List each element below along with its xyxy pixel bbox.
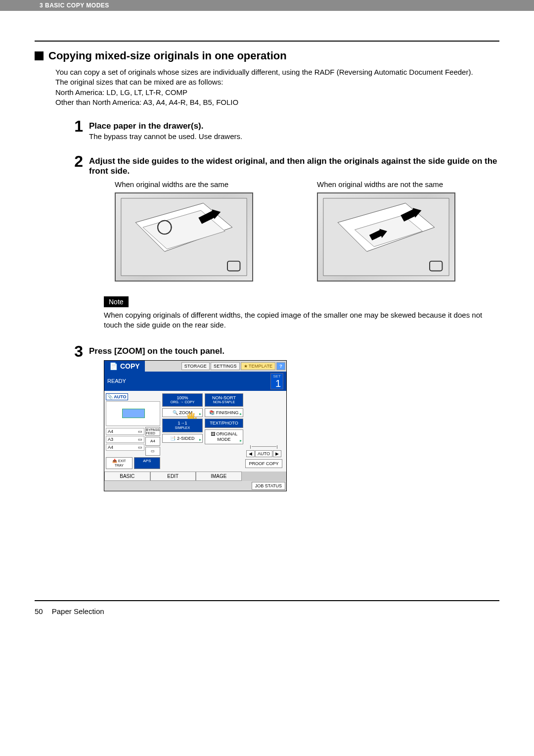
auto-badge: 📎 AUTO (106, 393, 128, 400)
nonsort-button[interactable]: NON-SORT NON-STAPLE (205, 393, 243, 407)
tab-template[interactable]: ★ TEMPLATE (241, 362, 276, 370)
density-left-button[interactable]: ◀ (246, 450, 255, 457)
step-desc: The bypass tray cannot be used. Use draw… (89, 132, 499, 141)
illustration-diff-width (317, 192, 455, 282)
tray-size: A4 (108, 429, 113, 434)
section-title: Copying mixed-size originals in one oper… (35, 49, 499, 62)
aps-button[interactable]: APS (134, 457, 161, 469)
illus-caption-diff-width: When original widths are not the same (317, 180, 499, 189)
simplex-button[interactable]: 1→1 SIMPLEX (162, 419, 203, 432)
step-number: 2 (63, 153, 83, 169)
illustration-same-width (115, 192, 253, 282)
footer-rule (35, 600, 499, 601)
panel-ready-label: READY (107, 378, 126, 384)
step-2: 2 Adjust the side guides to the widest o… (63, 153, 499, 331)
illus-caption-same-width: When original widths are the same (115, 180, 297, 189)
top-rule (35, 41, 499, 42)
tray-size: A3 (108, 437, 113, 442)
step-title: Place paper in the drawer(s). (89, 121, 499, 131)
touch-panel-screenshot: 📄 COPY STORAGE SETTINGS ★ TEMPLATE ? (104, 360, 287, 491)
panel-tray-list: 📎 AUTO A4 ▭ A3 (106, 393, 160, 469)
proof-copy-button[interactable]: PROOF COPY (245, 459, 282, 468)
bypass-feed-button[interactable]: BYPASS FEED (145, 427, 160, 436)
intro-line: You can copy a set of originals whose si… (55, 67, 499, 77)
step-number: 1 (63, 118, 83, 134)
note-tag: Note (104, 296, 129, 307)
bottom-tab-image[interactable]: IMAGE (196, 472, 242, 481)
step-title: Press [ZOOM] on the touch panel. (89, 346, 499, 356)
intro-paragraph: You can copy a set of originals whose si… (55, 67, 499, 107)
chapter-header: 3 BASIC COPY MODES (0, 0, 534, 11)
tray-row[interactable]: A3 ▭ (106, 436, 144, 443)
tray-row[interactable]: A4 ▭ (106, 428, 144, 435)
tab-settings[interactable]: SETTINGS (211, 362, 240, 370)
two-sided-button[interactable]: 📑 2-SIDED▸ (162, 434, 203, 443)
bottom-tab-basic[interactable]: BASIC (104, 472, 150, 481)
tray-icon: ▭ (138, 445, 142, 450)
tray-size: A4 (108, 445, 113, 450)
panel-copy-title: 📄 COPY (104, 361, 145, 372)
tab-template-label: TEMPLATE (249, 364, 272, 369)
intro-line: The original sizes that can be mixed are… (55, 77, 499, 87)
bottom-tab-edit[interactable]: EDIT (150, 472, 196, 481)
chapter-header-text: 3 BASIC COPY MODES (40, 2, 109, 9)
section-title-text: Copying mixed-size originals in one oper… (48, 49, 287, 62)
panel-set-counter: SET 1 (270, 373, 283, 389)
original-mode-button[interactable]: 🖼 ORIGINAL MODE▸ (205, 429, 243, 444)
step-1: 1 Place paper in the drawer(s). The bypa… (63, 118, 499, 141)
copy-icon: 📄 (109, 362, 118, 370)
stack-tray-button[interactable]: A4 (145, 437, 160, 446)
star-icon: ★ (244, 364, 248, 369)
exit-tray-button[interactable]: 📤 EXIT TRAY (106, 457, 133, 469)
tray-icon: ▭ (138, 437, 142, 442)
step-number: 3 (63, 343, 83, 359)
panel-mid-column: 100% ORG. → COPY 🔍 ZOOM ▸ 🖐 1→1 SIMPLEX (162, 393, 203, 469)
step-3: 3 Press [ZOOM] on the touch panel. 📄 COP… (63, 343, 499, 491)
job-status-button[interactable]: JOB STATUS (252, 482, 285, 490)
intro-line: Other than North America: A3, A4, A4-R, … (55, 97, 499, 107)
finishing-button[interactable]: 📚 FINISHING▸ (205, 408, 243, 418)
panel-copy-label: COPY (120, 362, 140, 370)
panel-preview (106, 401, 160, 426)
tab-storage[interactable]: STORAGE (181, 362, 210, 370)
footer-section-title: Paper Selection (52, 607, 104, 615)
tray-row[interactable]: A4 ▭ (106, 444, 144, 451)
step-title: Adjust the side guides to the widest ori… (89, 156, 499, 176)
density-auto-button[interactable]: AUTO (255, 450, 272, 457)
textphoto-button[interactable]: TEXT/PHOTO (205, 419, 243, 428)
panel-right-column: NON-SORT NON-STAPLE 📚 FINISHING▸ TEXT/PH… (205, 393, 243, 469)
density-right-button[interactable]: ▶ (273, 450, 281, 457)
intro-line: North America: LD, LG, LT, LT-R, COMP (55, 88, 499, 97)
stack-tray-button[interactable]: ▭ (145, 447, 160, 456)
set-value: 1 (275, 378, 281, 388)
tray-icon: ▭ (138, 429, 142, 434)
note-text: When copying originals of different widt… (104, 310, 499, 331)
panel-far-column: || ◀ AUTO ▶ PROOF COPY (245, 393, 282, 469)
density-slider[interactable]: || (245, 445, 282, 448)
tab-help[interactable]: ? (276, 362, 285, 370)
zoom-button[interactable]: 🔍 ZOOM ▸ 🖐 (162, 408, 203, 418)
page-footer: 50 Paper Selection (35, 607, 499, 625)
ratio-button[interactable]: 100% ORG. → COPY (162, 393, 203, 407)
page-number: 50 (35, 607, 43, 615)
